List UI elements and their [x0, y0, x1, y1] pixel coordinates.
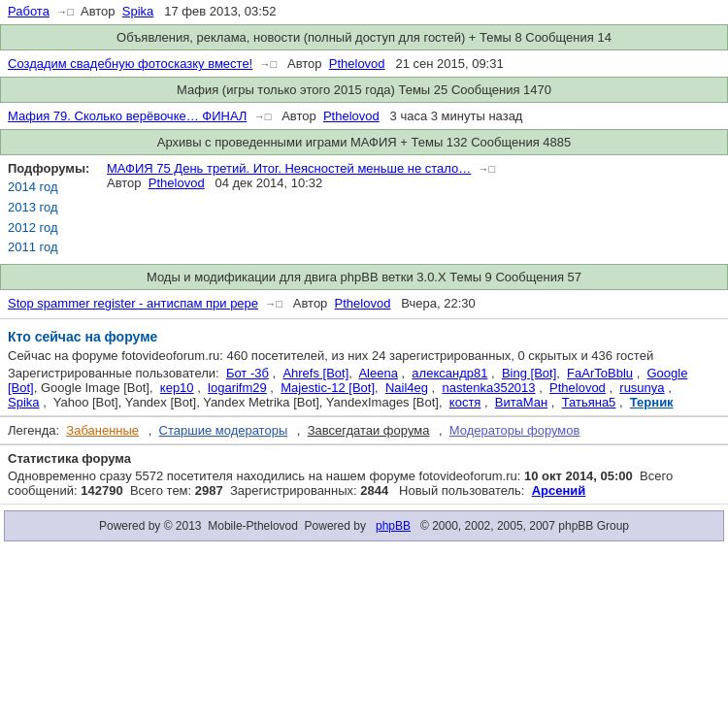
who-online-line1: Сейчас на форуме fotovideoforum.ru: 460 … — [8, 348, 720, 363]
arrow-icon: →□ — [56, 6, 74, 17]
user-kostya[interactable]: костя — [449, 395, 481, 409]
footer-text: Powered by © 2013 Mobile-Pthelovod Power… — [99, 519, 629, 533]
author-spika[interactable]: Spika — [122, 4, 154, 18]
forum-row-spammer: Stop spammer register - антиспам при рер… — [0, 292, 728, 314]
user-nastenka[interactable]: nastenka352013 — [442, 380, 535, 395]
category-header-1[interactable]: Объявления, реклама, новости (полный дос… — [0, 24, 728, 50]
year-2012[interactable]: 2012 год — [8, 218, 80, 239]
forum-link-mafia79[interactable]: Мафия 79. Сколько верёвочке… ФИНАЛ — [8, 109, 247, 123]
user-ahrefs[interactable]: Ahrefs [Bot] — [282, 366, 348, 380]
author-pthelovod-3[interactable]: Pthelovod — [335, 296, 391, 310]
user-aleksander81[interactable]: александр81 — [412, 366, 487, 380]
category-label-1: Объявления, реклама, новости (полный дос… — [116, 30, 612, 45]
legend-label: Легенда: — [8, 423, 63, 438]
user-ternik[interactable]: Терник — [630, 395, 674, 409]
user-pthelovod[interactable]: Pthelovod — [549, 380, 606, 395]
arrow-icon-2: →□ — [259, 58, 277, 70]
user-vitaman[interactable]: ВитаМан — [495, 395, 547, 409]
user-bot3b[interactable]: Бот -3б — [226, 366, 269, 380]
footer-bar: Powered by © 2013 Mobile-Pthelovod Power… — [4, 510, 724, 541]
user-rusunya[interactable]: rusunya — [619, 380, 664, 395]
category-label-4: Моды и модификации для двига phpBB ветки… — [147, 270, 581, 284]
user-ker10[interactable]: кер10 — [160, 380, 194, 395]
legend-banned[interactable]: Забаненные — [66, 423, 139, 438]
arrow-icon-3: →□ — [254, 111, 272, 122]
stats-title: Статистика форума — [8, 451, 720, 466]
newest-user[interactable]: Арсений — [532, 483, 586, 498]
arrow-icon-subforum: →□ — [479, 163, 496, 175]
category-header-2[interactable]: Мафия (игры только этого 2015 года) Темы… — [0, 77, 728, 103]
user-tatyana5[interactable]: Татьяна5 — [562, 395, 616, 409]
user-majestic[interactable]: Majestic-12 [Bot] — [281, 380, 375, 395]
subforums-title: Подфорумы: — [8, 161, 95, 176]
who-online-section: Кто сейчас на форуме Сейчас на форуме fo… — [0, 323, 728, 416]
legend-forum-mod[interactable]: Модераторы форумов — [449, 423, 580, 438]
user-bing[interactable]: Bing [Bot] — [502, 366, 556, 380]
category-label-3: Архивы с проведенными играми МАФИЯ + Тем… — [157, 135, 572, 149]
legend-senior-mod[interactable]: Старшие модераторы — [159, 423, 288, 438]
subforum-years-list: 2014 год 2013 год 2012 год 2011 год — [8, 178, 80, 258]
category-label-2: Мафия (игры только этого 2015 года) Темы… — [177, 82, 551, 97]
who-online-title: Кто сейчас на форуме — [8, 329, 720, 344]
footer-phpbb-link[interactable]: phpBB — [376, 519, 411, 533]
forum-link-spammer[interactable]: Stop spammer register - антиспам при рер… — [8, 296, 258, 310]
forum-link-svadba[interactable]: Создадим свадебную фотосказку вместе! — [8, 56, 252, 71]
subforum-last-post: МАФИЯ 75 День третий. Итог. Неясностей м… — [107, 161, 495, 190]
stats-section: Статистика форума Одновременно сразу 557… — [0, 445, 728, 505]
legend-section: Легенда: Забаненные , Старшие модераторы… — [0, 417, 728, 444]
who-online-line2: Зарегистрированные пользователи: Бот -3б… — [8, 366, 720, 409]
legend-regular[interactable]: Завсегдатаи форума — [308, 423, 430, 438]
author-pthelovod-1[interactable]: Pthelovod — [329, 56, 385, 71]
year-2014[interactable]: 2014 год — [8, 178, 80, 198]
forum-row-rabota: Работа →□ Автор Spika 17 фев 2013, 03:52 — [0, 0, 728, 22]
year-2011[interactable]: 2011 год — [8, 238, 80, 258]
user-faartobb[interactable]: FaArToBblu — [567, 366, 633, 380]
forum-row-svadba: Создадим свадебную фотосказку вместе! →□… — [0, 52, 728, 75]
author-pthelovod-2[interactable]: Pthelovod — [323, 109, 380, 123]
user-aleena[interactable]: Aleena — [358, 366, 397, 380]
forum-link-rabota[interactable]: Работа — [8, 4, 50, 18]
subforum-last-post-title[interactable]: МАФИЯ 75 День третий. Итог. Неясностей м… — [107, 161, 471, 176]
user-nail4eg[interactable]: Nail4eg — [385, 380, 428, 395]
forum-row-mafia79: Мафия 79. Сколько верёвочке… ФИНАЛ →□ Ав… — [0, 105, 728, 127]
stats-line1: Одновременно сразу 5572 посетителя наход… — [8, 469, 720, 498]
category-header-3[interactable]: Архивы с проведенными играми МАФИЯ + Тем… — [0, 129, 728, 155]
year-2013[interactable]: 2013 год — [8, 198, 80, 218]
subforum-author[interactable]: Pthelovod — [149, 176, 205, 190]
category-header-4[interactable]: Моды и модификации для двига phpBB ветки… — [0, 264, 728, 290]
subforum-section: Подфорумы: 2014 год 2013 год 2012 год 20… — [0, 157, 728, 262]
arrow-icon-4: →□ — [265, 298, 282, 310]
user-logarifm[interactable]: logarifm29 — [208, 380, 267, 395]
user-spika[interactable]: Spika — [8, 395, 40, 409]
